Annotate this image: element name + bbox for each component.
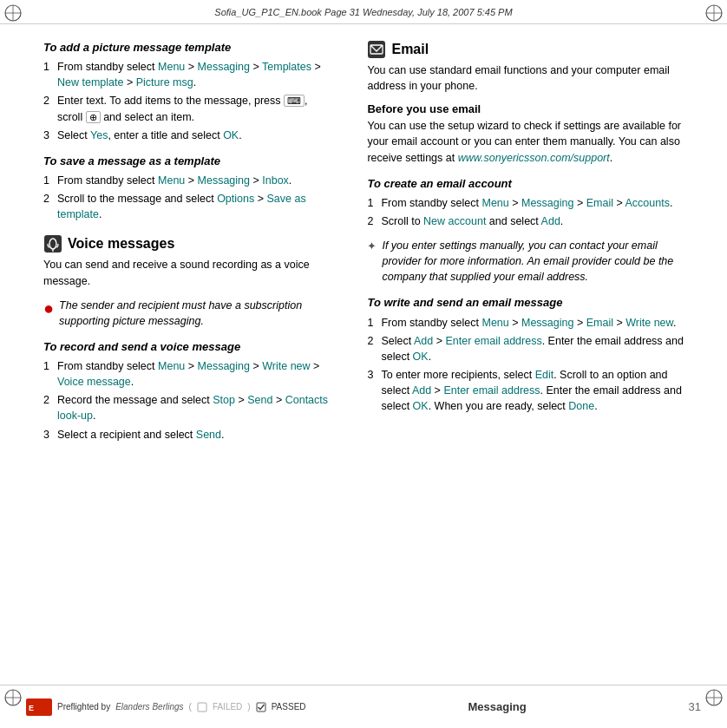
footer-failed-text: FAILED [213, 702, 242, 712]
step-text: Select a recipient and select Send. [57, 427, 332, 443]
step-2-save: 2 Scroll to the message and select Optio… [43, 191, 332, 222]
step-text: To enter more recipients, select Edit. S… [381, 367, 692, 414]
step-num: 1 [367, 315, 379, 331]
note-icon: ● [43, 299, 54, 317]
step-text: Scroll to the message and select Options… [57, 191, 332, 222]
step-num: 1 [43, 59, 56, 90]
step-1-picture: 1 From standby select Menu > Messaging >… [43, 59, 332, 90]
voice-messages-title: Voice messages [68, 236, 174, 252]
footer-passed-text: PASSED [272, 702, 306, 712]
step-3-write-email: 3 To enter more recipients, select Edit.… [367, 367, 692, 414]
footer-preflighted-text: Preflighted by [57, 702, 110, 712]
step-text: From standby select Menu > Messaging > I… [57, 173, 332, 188]
step-2-write-email: 2 Select Add > Enter email address. Ente… [367, 333, 692, 364]
step-num: 3 [367, 367, 379, 414]
footer-paren-right: ) [247, 702, 250, 712]
footer-page-num: 31 [689, 700, 701, 713]
step-1-write-email: 1 From standby select Menu > Messaging >… [367, 315, 692, 331]
tip-text: If you enter settings manually, you can … [382, 238, 692, 285]
voice-icon [43, 234, 62, 253]
footer-section-label: Messaging [468, 700, 526, 713]
failed-checkbox-icon [197, 702, 207, 712]
footer-elanders-text: Elanders Berlings [115, 702, 183, 712]
step-num: 3 [43, 427, 56, 443]
step-3-voice: 3 Select a recipient and select Send. [43, 427, 332, 443]
tip-box: ✦ If you enter settings manually, you ca… [367, 238, 692, 285]
step-text: Select Add > Enter email address. Enter … [381, 333, 692, 364]
footer-left: E Preflighted by Elanders Berlings ( FAI… [26, 698, 306, 716]
step-text: Scroll to New account and select Add. [381, 213, 692, 229]
step-num: 1 [43, 358, 56, 390]
corner-mark-tr [704, 3, 724, 23]
step-text: From standby select Menu > Messaging > T… [57, 59, 332, 90]
section-heading-create-email: To create an email account [367, 176, 692, 192]
header-text: Sofia_UG_P1C_EN.book Page 31 Wednesday, … [214, 7, 512, 17]
step-num: 2 [367, 333, 379, 364]
note-text: The sender and recipient must have a sub… [59, 298, 332, 329]
right-column: Email You can use standard email functio… [350, 24, 701, 685]
step-num: 1 [43, 173, 56, 188]
step-2-picture: 2 Enter text. To add items to the messag… [43, 93, 332, 124]
email-header: Email [367, 40, 692, 59]
svg-rect-19 [198, 703, 206, 712]
step-num: 3 [43, 128, 56, 143]
step-num: 2 [43, 191, 56, 222]
step-num: 2 [43, 392, 56, 423]
voice-body: You can send and receive a sound recordi… [43, 257, 332, 288]
step-1-voice: 1 From standby select Menu > Messaging >… [43, 358, 332, 390]
note-box: ● The sender and recipient must have a s… [43, 298, 332, 329]
step-text: Record the message and select Stop > Sen… [57, 392, 332, 423]
step-text: From standby select Menu > Messaging > E… [381, 195, 692, 211]
before-email-heading: Before you use email [367, 102, 692, 115]
svg-text:E: E [29, 704, 34, 712]
step-num: 2 [367, 213, 379, 229]
step-2-email-account: 2 Scroll to New account and select Add. [367, 213, 692, 229]
step-num: 2 [43, 93, 56, 124]
tip-icon: ✦ [367, 239, 377, 254]
content-area: To add a picture message template 1 From… [26, 24, 701, 685]
before-email-body: You can use the setup wizard to check if… [367, 118, 692, 165]
step-1-email-account: 1 From standby select Menu > Messaging >… [367, 195, 692, 211]
step-num: 1 [367, 195, 379, 211]
section-heading-picture-template: To add a picture message template [43, 40, 332, 56]
footer-section-text: Messaging [468, 700, 526, 713]
step-text: From standby select Menu > Messaging > E… [381, 315, 692, 331]
corner-mark-tl [3, 3, 23, 23]
voice-messages-header: Voice messages [43, 234, 332, 253]
section-heading-record-voice: To record and send a voice message [43, 339, 332, 355]
step-text: Enter text. To add items to the message,… [57, 93, 332, 124]
step-text: Select Yes, enter a title and select OK. [57, 128, 332, 143]
header-bar: Sofia_UG_P1C_EN.book Page 31 Wednesday, … [0, 0, 727, 24]
step-text: From standby select Menu > Messaging > W… [57, 358, 332, 390]
footer-failed-label: ( [189, 702, 192, 712]
step-2-voice: 2 Record the message and select Stop > S… [43, 392, 332, 423]
page-container: Sofia_UG_P1C_EN.book Page 31 Wednesday, … [0, 0, 727, 728]
email-title: Email [391, 42, 429, 57]
svg-rect-20 [257, 703, 265, 712]
elanders-logo-icon: E [26, 698, 52, 716]
email-body: You can use standard email functions and… [367, 62, 692, 94]
footer-bar: E Preflighted by Elanders Berlings ( FAI… [0, 685, 727, 728]
left-column: To add a picture message template 1 From… [26, 24, 350, 685]
step-3-picture: 3 Select Yes, enter a title and select O… [43, 128, 332, 143]
email-icon [367, 40, 386, 59]
step-1-save: 1 From standby select Menu > Messaging >… [43, 173, 332, 188]
passed-checkbox-icon [256, 702, 266, 712]
section-heading-write-email: To write and send an email message [367, 295, 692, 311]
section-heading-save-template: To save a message as a template [43, 154, 332, 169]
